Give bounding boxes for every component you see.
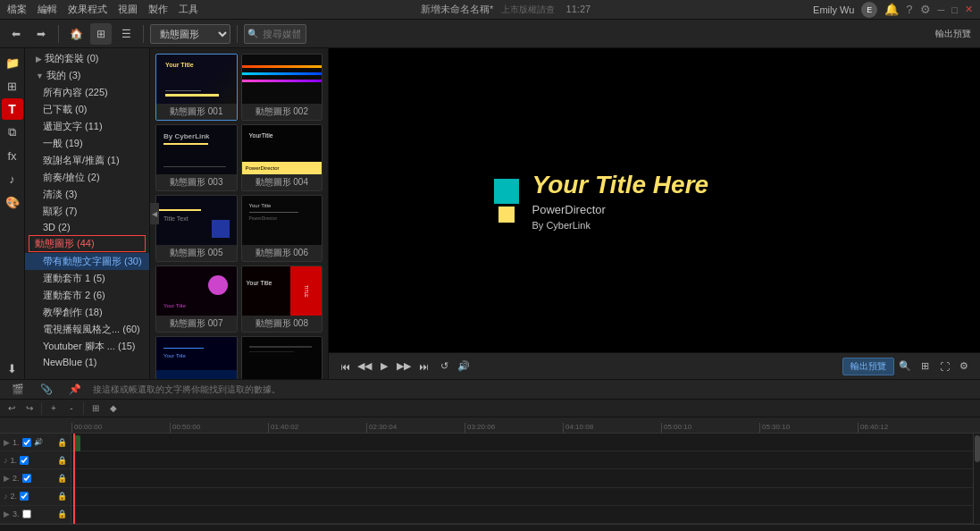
grid-item-002[interactable]: 動態圖形 002 [241,54,323,121]
user-avatar[interactable]: E [861,2,877,18]
transitions-icon-btn[interactable]: ⊞ [2,75,23,97]
panel-item-teaching[interactable]: 教學創作 (18) [25,304,149,321]
grid-item-009[interactable]: Your Title 動態圖形 009 [155,336,238,379]
grid-item-004[interactable]: YourTitle PowerDirector 動態圖形 004 [241,124,323,191]
panel-item-sport-1[interactable]: 運動套市 1 (5) [25,270,149,287]
play-btn[interactable]: ▶ [375,358,393,375]
toolbar-import-btn[interactable]: 輸出預覽 [932,23,975,45]
preview-content: Your Title Here PowerDirector By CyberLi… [440,80,869,321]
toolbar-back-btn[interactable]: ⬅ [5,23,27,45]
download-icon-btn[interactable]: ⬇ [2,358,23,379]
toolbar-grid-btn[interactable]: ⊞ [90,23,112,45]
toolbar-sep-1 [58,25,59,43]
grid-item-003[interactable]: By CyberLink 動態圖形 003 [155,124,238,191]
menu-produce[interactable]: 製作 [148,3,168,16]
timeline-vscroll[interactable] [973,434,980,524]
panel-item-scrolling-text[interactable]: 遞迴文字 (11) [25,118,149,135]
panel-item-3d[interactable]: 3D (2) [25,220,149,234]
track-3v-eye[interactable] [22,510,31,518]
effects-icon-btn[interactable]: fx [2,145,23,166]
menu-edit[interactable]: 編輯 [38,3,57,16]
tl-zoom-out-btn[interactable]: - [63,401,80,416]
menu-view[interactable]: 視圖 [118,3,138,16]
menu-file[interactable]: 檔案 [7,3,27,16]
track-2v-eye[interactable] [22,474,31,483]
fit-btn[interactable]: ⊞ [916,358,934,375]
track-1a-eye[interactable] [20,456,29,465]
track-3v-lock[interactable]: 🔒 [57,510,67,518]
track-2a-eye[interactable] [20,492,29,501]
panel-item-motion-graphic[interactable]: 動態圖形 (44) [29,235,146,252]
panel-item-credits[interactable]: 致謝名單/推薦 (1) [25,152,149,169]
category-dropdown[interactable]: 動態圖形 [150,24,230,44]
panel-item-downloaded[interactable]: 已下載 (0) [25,101,149,118]
grid-item-008[interactable]: TITLE Your Title 動態圖形 008 [241,266,323,333]
notifications-icon[interactable]: 🔔 [884,3,899,16]
toolbar-home-btn[interactable]: 🏠 [65,23,87,45]
next-frame-btn[interactable]: ▶▶ [395,358,413,375]
zoom-out-btn[interactable]: 🔍 [896,358,914,375]
prev-frame-btn[interactable]: ◀◀ [356,358,373,375]
grid-item-006[interactable]: Your Title PowerDirector 動態圖形 006 [241,195,323,262]
tl-undo-btn[interactable]: ↩ [4,401,20,416]
grid-item-007[interactable]: Your Title 動態圖形 007 [155,266,238,333]
seek-start-btn[interactable]: ⏮ [336,358,354,375]
search-icon: 🔍 [247,29,258,38]
track-1v-audio: 🔊 [34,438,43,446]
playhead[interactable] [73,434,75,524]
maximize-btn[interactable]: □ [951,4,958,15]
settings-preview-btn[interactable]: ⚙ [955,358,973,375]
seek-end-btn[interactable]: ⏭ [415,358,432,375]
track-2v-lock[interactable]: 🔒 [57,474,67,483]
timeline-hscroll[interactable] [0,524,980,531]
grid-item-010[interactable]: 動態圖形 010 [241,336,323,379]
minimize-btn[interactable]: ─ [938,4,945,15]
panel-item-my-package[interactable]: ▶ 我的套裝 (0) [25,50,149,67]
track-1v-eye[interactable] [22,438,31,447]
help-icon[interactable]: ? [906,3,912,16]
fullscreen-btn[interactable]: ⛶ [935,358,953,375]
panel-item-youtuber[interactable]: Youtuber 腳本 ... (15) [25,338,149,355]
tl-snap-btn[interactable]: ⊞ [88,401,104,416]
track-1v-lock[interactable]: 🔒 [57,438,67,447]
text-icon-btn[interactable]: T [2,98,23,120]
panel-item-motion-with-text[interactable]: 帶有動態文字圖形 (30) [25,253,149,270]
menu-tools[interactable]: 工具 [179,3,198,16]
timeline-tool-2[interactable]: 📎 [36,379,57,400]
color-icon-btn[interactable]: 🎨 [2,191,23,213]
track-1a-lock[interactable]: 🔒 [57,456,67,465]
pip-icon-btn[interactable]: ⧉ [2,122,23,143]
tl-redo-btn[interactable]: ↪ [21,401,38,416]
volume-btn[interactable]: 🔊 [455,358,473,375]
media-icon-btn[interactable]: 📁 [2,52,23,73]
track-row-1a [71,451,973,469]
grid-item-005[interactable]: Title Text 動態圖形 005 [155,195,238,262]
menu-effects[interactable]: 效果程式 [68,3,107,16]
panel-item-light[interactable]: 清淡 (3) [25,186,149,203]
panel-item-intro[interactable]: 前奏/搶位 (2) [25,169,149,186]
timeline-tool-3[interactable]: 📌 [64,379,86,400]
tl-marker-btn[interactable]: ◆ [105,401,121,416]
panel-item-my[interactable]: ▼ 我的 (3) [25,67,149,84]
toolbar-list-btn[interactable]: ☰ [115,23,137,45]
settings-icon[interactable]: ⚙ [920,3,931,16]
tl-zoom-in-btn[interactable]: + [46,401,62,416]
grid-item-001[interactable]: Your Title 動態圖形 001 [155,54,238,121]
panel-item-vivid[interactable]: 顯彩 (7) [25,203,149,220]
grid-label-005: 動態圖形 005 [156,245,237,261]
toolbar-forward-btn[interactable]: ➡ [30,23,52,45]
panel-item-all-content[interactable]: 所有內容 (225) [25,84,149,101]
close-btn[interactable]: ✕ [965,4,973,15]
panel-collapse-arrow[interactable]: ◀ [150,203,159,224]
timeline-tool-1[interactable]: 🎬 [7,379,29,400]
panel-item-newblue[interactable]: NewBlue (1) [25,355,149,369]
panel-item-general[interactable]: 一般 (19) [25,135,149,152]
vscroll-thumb[interactable] [975,435,980,462]
export-btn[interactable]: 輸出預覽 [842,358,894,375]
panel-item-sport-2[interactable]: 運動套市 2 (6) [25,287,149,304]
loop-btn[interactable]: ↺ [435,358,453,375]
app-title: 新增未命名名稱* 上市版權請查 11:27 [209,3,802,16]
track-2a-lock[interactable]: 🔒 [57,492,67,501]
audio-icon-btn[interactable]: ♪ [2,168,23,190]
panel-item-tv[interactable]: 電視播報風格之... (60) [25,321,149,338]
